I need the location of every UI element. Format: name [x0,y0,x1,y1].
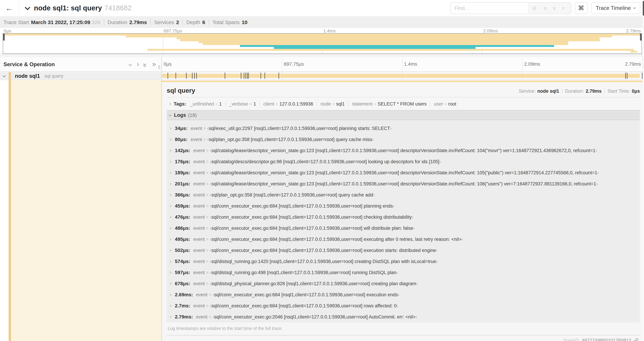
log-expand-chevron-icon [169,305,172,307]
trace-minimap[interactable] [3,33,642,54]
tick-label: 2.79ms [626,28,641,34]
log-row[interactable]: 2.69ms:event=‹sql/conn_executor_exec.go:… [167,289,640,300]
logs-count: (18) [188,112,197,118]
log-row[interactable]: 678μs:event=‹sql/distsql_physical_planne… [167,278,640,289]
span-detail-header: sql query Service:node sql1Duration:2.79… [167,87,640,94]
log-row[interactable]: 80μs:event=‹sql/plan_opt.go:358 [nsql1,c… [167,134,640,145]
column-resizer-grip[interactable] [158,65,160,69]
log-row[interactable]: 176μs:event=‹sql/catalog/descs/descripto… [167,156,640,167]
log-row[interactable]: 34μs:event=‹sql/exec_util.go:2297 [nsql1… [167,123,640,134]
log-row[interactable]: 574μs:event=‹sql/distsql_running.go:1420… [167,256,640,267]
log-field-name: event [193,192,205,198]
log-row[interactable]: 201μs:event=‹sql/catalog/lease/descripto… [167,178,640,189]
trace-summary-bar: Trace StartMarch 31 2022, 17:25:09.326Du… [0,17,644,28]
span-name-cell[interactable]: node sql1 sql query [0,72,161,80]
tag-equals: = [374,102,376,107]
find-input[interactable] [450,3,528,14]
log-row[interactable]: 2.79ms:event=‹sql/conn_executor_exec.go:… [167,311,640,322]
log-quote-open: ‹ [207,126,209,131]
log-value: sql/exec_util.go:2297 [nsql1,client=127.… [209,126,390,131]
expand-one-icon[interactable] [136,63,139,66]
tag-item[interactable]: _unfinished=1 [190,101,222,107]
minimap-left-scrubber[interactable] [3,34,5,41]
log-quote-close: › [393,203,394,209]
log-row[interactable]: 142μs:event=‹sql/catalog/lease/descripto… [167,145,640,156]
detail-meta-label: Start Time: [608,89,630,94]
timeline-main: Service & Operation 0μs697.75μs1.4ms2.09… [0,57,642,341]
log-equals: = [206,215,208,220]
span-log-tick [186,73,186,79]
collapse-one-icon[interactable] [129,63,132,66]
deep-link-icon[interactable] [633,338,638,341]
log-row[interactable]: 366μs:event=‹sql/plan_opt.go:358 [nsql1,… [167,189,640,200]
tags-row[interactable]: Tags: _unfinished=1_verbose=1client=127.… [167,101,640,107]
tag-item[interactable]: node=sql1 [313,101,345,107]
tick-label: 2.09ms [483,28,498,34]
tag-equals: = [332,102,335,107]
log-row[interactable]: 2.7ms:event=‹sql/conn_executor_exec.go:6… [167,300,640,311]
log-equals: = [204,126,206,131]
collapse-trace-chevron-icon[interactable] [25,5,30,10]
span-detail-color-strip [162,81,642,82]
log-row[interactable]: 189μs:event=‹sql/catalog/lease/descripto… [167,167,640,178]
span-bar-cell[interactable] [162,72,642,80]
log-quote-close: › [390,126,392,131]
tag-item[interactable]: statement=SELECT * FROM users [345,101,427,107]
log-row[interactable]: 495μs:event=‹sql/conn_executor_exec.go:6… [167,234,640,245]
span-duration-bar[interactable] [162,74,640,78]
span-log-tick [627,73,628,79]
back-button[interactable]: ← [0,0,19,16]
detail-operation-name: sql query [167,87,195,94]
detail-meta-value: 0μs [632,89,640,94]
scrollbar-thumb[interactable] [643,1,644,16]
log-field-name: event [196,292,208,297]
log-row[interactable]: 486μs:event=‹sql/conn_executor_exec.go:6… [167,223,640,234]
log-expand-chevron-icon [169,249,172,252]
log-row[interactable]: 459μs:event=‹sql/conn_executor_exec.go:6… [167,200,640,212]
log-value: sql/plan_opt.go:358 [nsql1,client=127.0.… [209,137,372,142]
focus-match-icon[interactable] [532,6,541,11]
tag-equals: = [444,102,447,107]
log-field-name: event [193,226,205,231]
minimap-right-scrubber[interactable] [640,34,642,41]
span-operation-name: sql query [44,74,64,79]
log-row[interactable]: 597μs:event=‹sql/distsql_running.go:498 … [167,267,640,278]
log-expand-chevron-icon [169,172,172,174]
page-scrollbar[interactable] [642,0,644,341]
log-expand-chevron-icon [169,227,172,229]
log-equals: = [206,148,208,153]
column-divider[interactable] [161,57,162,341]
tag-key: _verbose [229,101,248,107]
clear-find-icon[interactable]: × [559,5,568,11]
logs-collapse-chevron-icon [169,114,171,116]
trace-title-group[interactable]: node sql1: sql query7418682 [26,4,132,12]
tag-item[interactable]: _verbose=1 [222,101,256,107]
log-row[interactable]: 476μs:event=‹sql/conn_executor_exec.go:6… [167,212,640,223]
tick-label: 2.09ms [524,61,540,67]
log-equals: = [206,303,208,308]
trace-view-selector[interactable]: Trace Timeline [591,2,640,14]
log-value: sql/catalog/lease/descriptor_version_sta… [212,148,595,153]
log-row[interactable]: 502μs:event=‹sql/conn_executor_exec.go:6… [167,245,640,256]
keyboard-shortcuts-button[interactable]: ⌘ [575,2,588,14]
find-nav-icons: ∧ ∨ × [528,3,571,14]
tag-key: node [320,101,331,107]
summary-item: Trace StartMarch 31 2022, 17:25:09.326 [4,20,100,25]
span-collapse-chevron-icon[interactable] [3,74,6,77]
log-expand-chevron-icon [169,294,172,296]
span-log-tick [248,73,249,79]
expand-all-icon[interactable] [152,63,154,66]
tag-item[interactable]: client=127.0.0.1:59936 [256,101,313,107]
tag-equals: = [215,102,218,107]
collapse-all-icon[interactable] [144,63,146,66]
summary-item: Services2 [147,20,179,25]
log-expand-chevron-icon [169,316,172,318]
minimap-span-bar [274,47,476,49]
prev-match-icon[interactable]: ∧ [541,5,550,11]
summary-item: Duration2.79ms [100,20,147,25]
tag-item[interactable]: user=root [426,101,456,107]
logs-header[interactable]: Logs (18) [167,111,640,120]
log-value: sql/catalog/lease/descriptor_version_sta… [212,181,596,187]
log-field-name: event [193,237,205,242]
next-match-icon[interactable]: ∨ [550,5,559,11]
